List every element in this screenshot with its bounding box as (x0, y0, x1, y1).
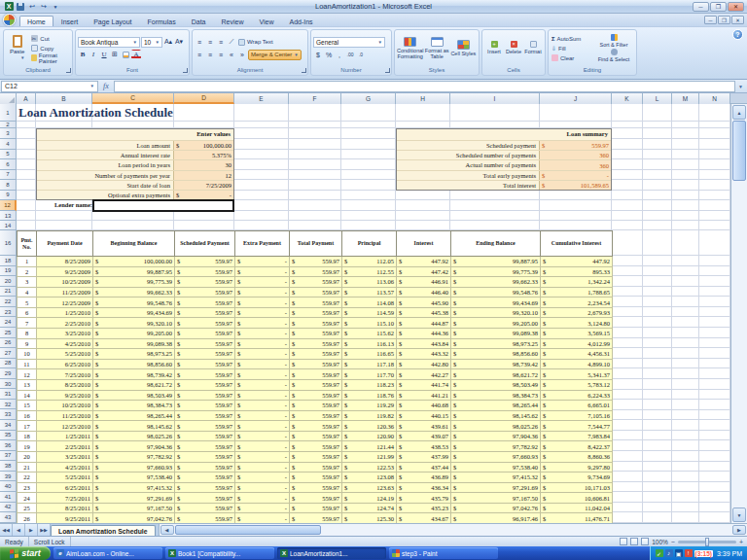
cell-pmt-no[interactable]: 7 (18, 318, 37, 329)
row-header-8[interactable]: 8 (0, 180, 17, 191)
cell-amount[interactable]: $114.08 (342, 298, 397, 308)
cell-amount[interactable]: $123.08 (342, 472, 397, 483)
cell-amount[interactable]: $443.84 (397, 338, 451, 349)
cell-amount[interactable]: $98,973.25 (93, 349, 175, 360)
cell-amount[interactable]: $98,856.60 (451, 349, 541, 360)
row-header-42[interactable]: 42 (0, 503, 17, 513)
insert-cells-button[interactable]: + Insert (484, 31, 504, 65)
cell-amount[interactable]: $97,904.36 (93, 441, 175, 452)
cell-pmt-no[interactable]: 24 (18, 493, 37, 504)
cell-amount[interactable]: $559.97 (175, 401, 235, 411)
tray-shield-icon[interactable]: ✓ (656, 549, 663, 557)
row-header-12[interactable]: 12 (0, 200, 17, 211)
cell-amount[interactable]: $- (235, 482, 290, 493)
cell-amount[interactable]: $98,265.44 (93, 410, 175, 421)
enter-values-header[interactable]: Enter values (37, 129, 233, 140)
cell-amount[interactable]: $559.97 (175, 410, 235, 421)
normal-view-icon[interactable] (620, 538, 627, 545)
cell-payment-date[interactable]: 6/25/2011 (37, 482, 93, 493)
cell-amount[interactable]: $125.30 (342, 513, 397, 523)
enter-value-value[interactable]: 30 (173, 160, 233, 169)
loan-summary-header[interactable]: Loan summary (397, 129, 611, 140)
cell-amount[interactable]: $6,665.01 (541, 401, 613, 411)
cell-amount[interactable]: $559.97 (175, 359, 235, 369)
cell-amount[interactable]: $99,887.95 (93, 266, 175, 277)
clipboard-dialog-launcher[interactable] (66, 68, 71, 73)
scroll-right-icon[interactable]: ▶ (732, 525, 746, 535)
column-header-G[interactable]: G (341, 93, 396, 104)
cell-amount[interactable]: $98,384.73 (93, 401, 175, 411)
lender-name-input[interactable] (92, 199, 234, 212)
cell-amount[interactable]: $435.23 (397, 503, 451, 513)
cell-amount[interactable]: $559.97 (290, 257, 342, 267)
cell-amount[interactable]: $559.97 (290, 369, 342, 380)
cell-pmt-no[interactable]: 2 (18, 266, 37, 277)
taskbar-task-excel[interactable]: XLoanAmortization1... (277, 547, 386, 559)
cell-amount[interactable]: $121.99 (342, 451, 397, 462)
cell-pmt-no[interactable]: 18 (18, 431, 37, 441)
start-button[interactable]: start (0, 546, 51, 560)
cell-payment-date[interactable]: 6/25/2010 (37, 359, 93, 369)
cell-amount[interactable]: $559.97 (175, 369, 235, 380)
cell-amount[interactable]: $446.40 (397, 287, 451, 298)
row-header-36[interactable]: 36 (0, 440, 17, 451)
scroll-down-icon[interactable]: ▼ (732, 508, 746, 522)
cell-amount[interactable]: $2,234.54 (541, 298, 613, 308)
cell-amount[interactable]: $98,973.25 (451, 338, 541, 349)
cell-amount[interactable]: $559.97 (290, 493, 342, 504)
row-header-4[interactable]: 4 (0, 139, 17, 150)
number-dialog-launcher[interactable] (385, 68, 390, 73)
next-sheet-icon[interactable]: ▶ (25, 524, 38, 536)
cell-amount[interactable]: $98,145.62 (93, 421, 175, 432)
enter-value-label[interactable]: Loan amount (37, 141, 173, 150)
percent-style-button[interactable]: % (324, 50, 334, 59)
zoom-out-icon[interactable]: − (671, 539, 675, 545)
cell-amount[interactable]: $- (235, 401, 290, 411)
fill-color-button[interactable] (121, 50, 130, 59)
cell-amount[interactable]: $- (235, 421, 290, 432)
row-header-13[interactable]: 13 (0, 211, 17, 221)
row-header-7[interactable]: 7 (0, 170, 17, 181)
cell-amount[interactable]: $559.97 (290, 329, 342, 339)
row-header-38[interactable]: 38 (0, 461, 17, 472)
summary-label[interactable]: Total interest (397, 181, 539, 190)
tray-alert-icon[interactable]: ! (685, 549, 693, 557)
workbook-restore-button[interactable]: ❐ (718, 16, 730, 24)
row-header-37[interactable]: 37 (0, 451, 17, 462)
cell-amount[interactable]: $- (235, 441, 290, 452)
cell-amount[interactable]: $5,783.12 (541, 379, 613, 390)
increase-indent-icon[interactable]: » (237, 50, 247, 59)
ribbon-tab-formulas[interactable]: Formulas (140, 16, 184, 26)
cell-payment-date[interactable]: 8/25/2011 (37, 503, 93, 513)
cell-amount[interactable]: $99,775.39 (93, 277, 175, 288)
cell-amount[interactable]: $436.89 (397, 472, 451, 483)
cell-amount[interactable]: $121.44 (342, 441, 397, 452)
cell-amount[interactable]: $559.97 (175, 462, 235, 472)
cell-amount[interactable]: $124.74 (342, 503, 397, 513)
cell-pmt-no[interactable]: 11 (18, 359, 37, 369)
ribbon-tab-page-layout[interactable]: Page Layout (86, 16, 139, 26)
cell-amount[interactable]: $99,775.39 (451, 266, 541, 277)
row-header-1[interactable]: 1 (0, 104, 17, 122)
row-header-26[interactable]: 26 (0, 338, 17, 349)
ribbon-tab-home[interactable]: Home (19, 16, 53, 26)
decrease-decimal-button[interactable]: .0 (356, 50, 366, 59)
cell-amount[interactable]: $559.97 (290, 277, 342, 288)
cut-button[interactable]: ✂Cut (30, 34, 70, 43)
cell-amount[interactable]: $- (235, 379, 290, 390)
row-header-3[interactable]: 3 (0, 128, 17, 139)
cell-amount[interactable]: $- (235, 266, 290, 277)
cell-pmt-no[interactable]: 9 (18, 338, 37, 349)
cell-amount[interactable]: $- (235, 513, 290, 523)
paste-button[interactable]: Paste▼ (6, 31, 28, 65)
bold-button[interactable]: B (78, 50, 88, 59)
row-header-22[interactable]: 22 (0, 297, 17, 307)
cell-amount[interactable]: $99,205.00 (451, 318, 541, 329)
cell-amount[interactable]: $559.97 (175, 451, 235, 462)
format-cells-button[interactable]: Format (523, 31, 543, 65)
cell-payment-date[interactable]: 7/25/2011 (37, 493, 93, 504)
row-header-2[interactable]: 2 (0, 122, 17, 128)
cell-amount[interactable]: $7,105.16 (541, 410, 613, 421)
cell-payment-date[interactable]: 11/25/2009 (37, 287, 93, 298)
close-button[interactable]: ✕ (728, 2, 744, 12)
